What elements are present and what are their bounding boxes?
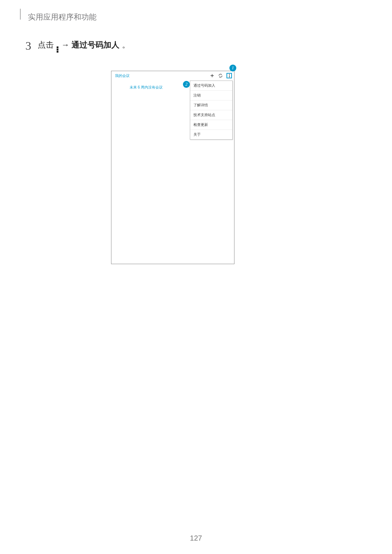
callout-1: 1	[229, 65, 236, 71]
refresh-icon[interactable]	[218, 73, 223, 78]
phone-header: 我的会议	[111, 71, 234, 81]
dropdown-menu: 通过号码加入 注销 了解详情 技术支持站点 检查更新 关于	[190, 81, 233, 140]
more-icon	[57, 46, 58, 53]
menu-learn-more[interactable]: 了解详情	[190, 100, 232, 110]
page-number: 127	[0, 534, 392, 542]
phone-frame: 我的会议 未来 6 周内没有会议 通过号码加入 注销 了解详情 技术支持站点 检…	[111, 71, 234, 264]
step-prefix: 点击	[38, 40, 56, 49]
step-arrow: →	[61, 40, 72, 49]
step-bold: 通过号码加人	[72, 40, 119, 49]
more-menu-button[interactable]	[226, 73, 232, 78]
empty-state-text: 未来 6 周内没有会议	[130, 85, 163, 90]
menu-join-by-number[interactable]: 通过号码加入	[190, 81, 232, 91]
header-icons	[210, 73, 232, 78]
app-title: 我的会议	[115, 73, 130, 78]
menu-support-site[interactable]: 技术支持站点	[190, 110, 232, 120]
step-number: 3	[25, 39, 31, 53]
step-suffix: 。	[122, 40, 130, 49]
plus-icon[interactable]	[210, 73, 215, 78]
menu-sign-out[interactable]: 注销	[190, 91, 232, 100]
section-title: 实用应用程序和功能	[28, 12, 97, 22]
header-accent-bar	[20, 9, 21, 20]
menu-check-updates[interactable]: 检查更新	[190, 120, 232, 130]
step-3-line: 3 点击 → 通过号码加人 。	[25, 39, 130, 53]
menu-about[interactable]: 关于	[190, 130, 232, 139]
step-text: 点击 → 通过号码加人 。	[38, 40, 130, 53]
callout-2: 2	[183, 81, 190, 88]
